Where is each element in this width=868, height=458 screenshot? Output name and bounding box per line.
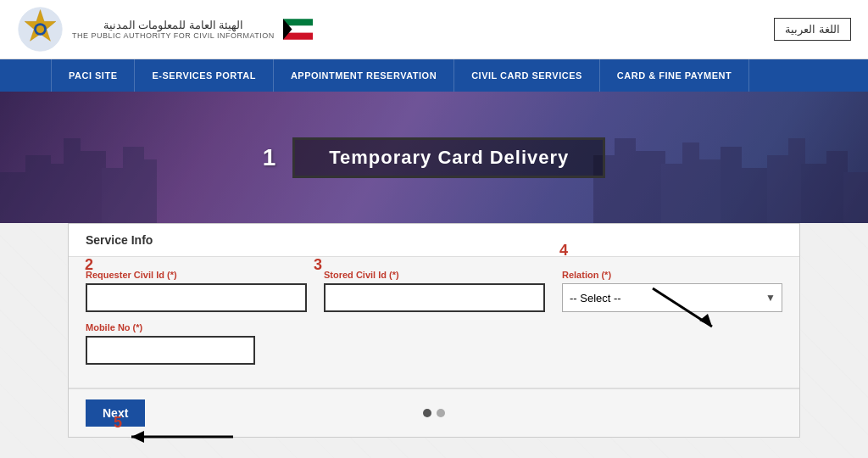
logo-arabic-text: الهيئة العامة للمعلومات المدنية	[103, 19, 244, 31]
relation-group: Relation (*) -- Select -- Self Father Mo…	[562, 270, 782, 312]
pagination-dot-2	[437, 409, 445, 417]
mobile-no-input[interactable]	[86, 336, 255, 365]
kuwait-flag-icon	[283, 14, 313, 44]
service-info-panel: Service Info Requester Civil Id (*) Stor…	[68, 223, 800, 438]
paci-emblem	[17, 6, 64, 53]
pagination-dots	[423, 409, 445, 417]
nav-paci-site[interactable]: PACI SITE	[51, 59, 135, 92]
next-button[interactable]: Next	[86, 399, 145, 427]
form-body: Requester Civil Id (*) Stored Civil Id (…	[69, 257, 799, 388]
panel-title: Service Info	[86, 233, 153, 247]
hero-step-number: 1	[263, 144, 276, 171]
hero-section: 1 Temporary Card Delivery	[0, 92, 868, 223]
stored-civil-id-label: Stored Civil Id (*)	[324, 270, 545, 280]
arabic-language-button[interactable]: اللغة العربية	[774, 18, 851, 41]
stored-civil-id-input[interactable]	[324, 283, 545, 312]
mobile-no-group: Mobile No (*)	[86, 322, 255, 365]
relation-select-wrapper: -- Select -- Self Father Mother Spouse S…	[562, 283, 782, 312]
form-row-2: Mobile No (*)	[86, 322, 782, 365]
panel-header: Service Info	[69, 224, 799, 257]
relation-label: Relation (*)	[562, 270, 782, 280]
nav-eservices[interactable]: E-SERVICES PORTAL	[135, 59, 273, 92]
form-footer: Next	[69, 388, 799, 437]
relation-select[interactable]: -- Select -- Self Father Mother Spouse S…	[562, 283, 782, 312]
svg-point-3	[36, 25, 44, 33]
requester-civil-id-input[interactable]	[86, 283, 307, 312]
hero-title: Temporary Card Delivery	[329, 147, 569, 168]
nav-civil-card[interactable]: CIVIL CARD SERVICES	[454, 59, 600, 92]
logo: الهيئة العامة للمعلومات المدنية THE PUBL…	[17, 6, 313, 53]
requester-civil-id-label: Requester Civil Id (*)	[86, 270, 307, 280]
hero-title-box: Temporary Card Delivery	[292, 137, 605, 178]
main-nav: PACI SITE E-SERVICES PORTAL APPOINTMENT …	[0, 59, 868, 92]
nav-card-fine[interactable]: CARD & FINE PAYMENT	[600, 59, 749, 92]
form-row-1: Requester Civil Id (*) Stored Civil Id (…	[86, 270, 782, 312]
page-header: الهيئة العامة للمعلومات المدنية THE PUBL…	[0, 0, 868, 59]
stored-civil-id-group: Stored Civil Id (*)	[324, 270, 545, 312]
requester-civil-id-group: Requester Civil Id (*)	[86, 270, 307, 312]
nav-appointment[interactable]: APPOINTMENT RESERVATION	[274, 59, 454, 92]
logo-english-text: THE PUBLIC AUTHORITY FOR CIVIL INFORMATI…	[72, 31, 275, 40]
mobile-no-label: Mobile No (*)	[86, 322, 255, 332]
pagination-dot-1	[423, 409, 431, 417]
hero-content: 1 Temporary Card Delivery	[0, 92, 868, 223]
logo-text: الهيئة العامة للمعلومات المدنية THE PUBL…	[72, 19, 275, 40]
